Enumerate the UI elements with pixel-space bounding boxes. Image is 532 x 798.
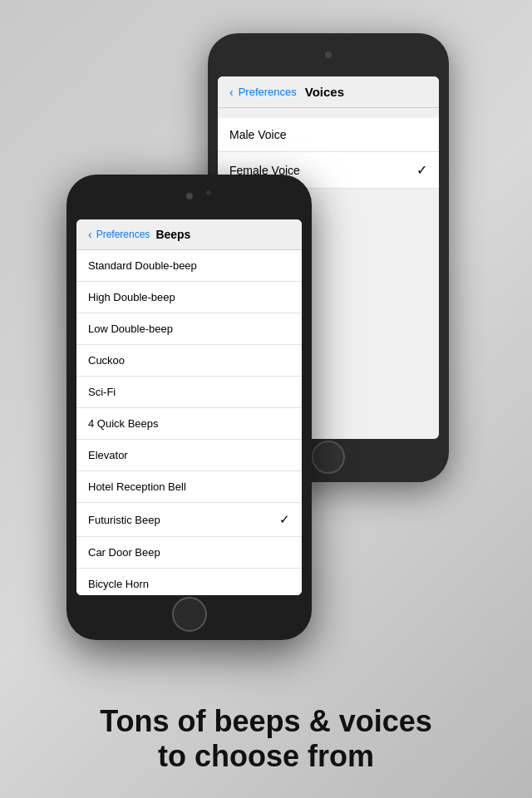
beep-item-3[interactable]: Cuckoo — [76, 345, 302, 377]
phone-front: ‹ Preferences Beeps Standard Double-beep… — [66, 175, 312, 640]
beep-item-label-7: Hotel Reception Bell — [88, 480, 186, 493]
beeps-screen: ‹ Preferences Beeps Standard Double-beep… — [76, 219, 302, 595]
home-button-back[interactable] — [312, 441, 345, 474]
voice-item-male[interactable]: Male Voice — [218, 118, 439, 152]
beep-item-label-1: High Double-beep — [88, 291, 175, 303]
beep-item-6[interactable]: Elevator — [76, 440, 302, 471]
female-checkmark-icon: ✓ — [416, 162, 427, 178]
beep-item-5[interactable]: 4 Quick Beeps — [76, 408, 302, 440]
bottom-line2: to choose from — [0, 739, 532, 773]
beep-item-0[interactable]: Standard Double-beep — [76, 250, 302, 282]
home-button-front[interactable] — [172, 597, 207, 632]
beeps-nav-bar: ‹ Preferences Beeps — [76, 219, 302, 250]
beep-item-label-8: Futuristic Beep — [88, 514, 160, 526]
beep-item-1[interactable]: High Double-beep — [76, 282, 302, 313]
voice-item-male-label: Male Voice — [229, 128, 286, 141]
beep-item-8[interactable]: Futuristic Beep✓ — [76, 503, 302, 537]
front-camera — [206, 190, 211, 195]
back-arrow-beeps-icon[interactable]: ‹ — [88, 228, 92, 241]
beep-checkmark-icon-8: ✓ — [279, 512, 290, 527]
beep-item-7[interactable]: Hotel Reception Bell — [76, 471, 302, 503]
beeps-list: Standard Double-beepHigh Double-beepLow … — [76, 250, 302, 595]
beep-item-label-0: Standard Double-beep — [88, 259, 197, 272]
beep-item-label-2: Low Double-beep — [88, 323, 173, 335]
beep-item-label-4: Sci-Fi — [88, 386, 116, 398]
voices-nav-bar: ‹ Preferences Voices — [218, 76, 439, 108]
preferences-back-label[interactable]: Preferences — [96, 229, 150, 240]
speaker-dot-front — [186, 193, 193, 200]
back-label[interactable]: Preferences — [239, 86, 297, 98]
bottom-text-section: Tons of beeps & voices to choose from — [0, 704, 532, 773]
beep-item-label-3: Cuckoo — [88, 354, 125, 367]
beep-item-2[interactable]: Low Double-beep — [76, 313, 302, 345]
beeps-title: Beeps — [155, 228, 190, 241]
beep-item-9[interactable]: Car Door Beep — [76, 537, 302, 569]
beep-item-label-5: 4 Quick Beeps — [88, 417, 159, 430]
voices-title: Voices — [305, 85, 344, 99]
beep-item-label-10: Bicycle Horn — [88, 578, 149, 590]
beep-item-4[interactable]: Sci-Fi — [76, 377, 302, 408]
back-arrow-icon[interactable]: ‹ — [229, 86, 234, 99]
beep-item-label-9: Car Door Beep — [88, 546, 160, 559]
beep-item-label-6: Elevator — [88, 449, 128, 461]
speaker-dot — [325, 52, 332, 58]
bottom-line1: Tons of beeps & voices — [0, 704, 532, 738]
beep-item-10[interactable]: Bicycle Horn — [76, 569, 302, 595]
